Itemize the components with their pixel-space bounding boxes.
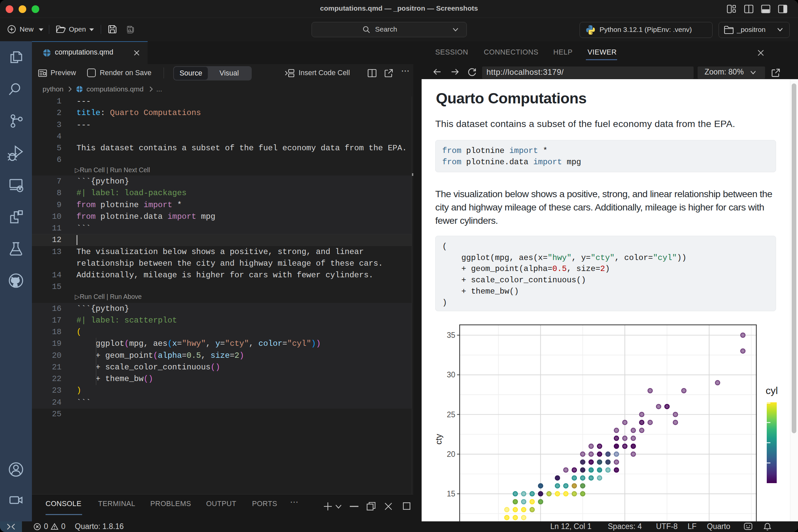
svg-text:20: 20: [447, 450, 456, 458]
svg-text:15: 15: [447, 490, 456, 498]
svg-text:30: 30: [447, 370, 456, 379]
svg-text:cty: cty: [434, 434, 443, 444]
svg-text:25: 25: [447, 410, 456, 419]
svg-text:cyl: cyl: [766, 385, 778, 396]
svg-text:35: 35: [447, 331, 456, 340]
